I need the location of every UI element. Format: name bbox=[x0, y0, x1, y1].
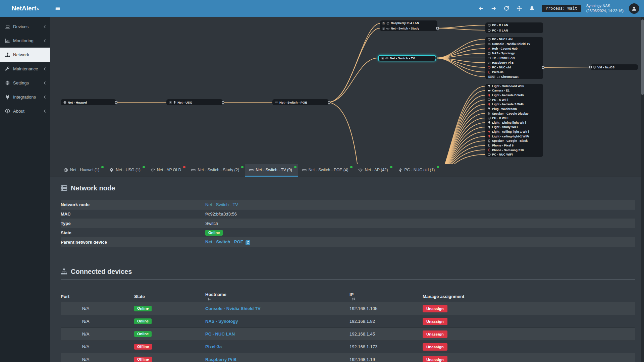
col-header-hostname[interactable]: Hostname bbox=[205, 292, 350, 301]
back-arrow-icon[interactable] bbox=[478, 6, 484, 11]
tab-net-switch-tv[interactable]: Net - Switch - TV (9) bbox=[245, 164, 298, 177]
net-node-usg[interactable]: 3 Net - USG bbox=[166, 99, 223, 105]
sidebar-item-devices[interactable]: Devices bbox=[0, 19, 50, 34]
forward-arrow-icon[interactable] bbox=[491, 6, 496, 11]
net-node-light-bedside-s-wifi[interactable]: Light - bedside S WiFi bbox=[488, 102, 541, 107]
net-group-study: 5 Raspberry Pi 4 LAN 3 Net - Switch - St… bbox=[380, 20, 437, 31]
net-node-pc-nuc-lan[interactable]: PC - NUC LAN bbox=[488, 37, 541, 42]
move-arrows-icon[interactable] bbox=[517, 6, 522, 11]
net-node-pc-s-wifi[interactable]: PC - S WiFi bbox=[488, 98, 541, 102]
sidebar-item-about[interactable]: About bbox=[0, 104, 50, 118]
node-label: Net - Switch - TV bbox=[390, 56, 415, 60]
unassign-button[interactable]: Unassign bbox=[423, 330, 447, 338]
detail-row-type: Type Switch bbox=[61, 219, 635, 228]
sidebar-item-maintenance[interactable]: Maintenance bbox=[0, 62, 50, 76]
device-row: N/A Online PC - NUC LAN 192.168.1.45 Una… bbox=[61, 328, 635, 341]
net-node-vm-nixos[interactable]: VM - NixOS bbox=[590, 64, 638, 70]
net-node-switch-poe[interactable]: Net - Switch - POE bbox=[272, 99, 329, 105]
sort-icon[interactable] bbox=[352, 297, 356, 301]
device-link[interactable]: NAS - Synology bbox=[205, 319, 238, 324]
net-node-switch-study[interactable]: 3 Net - Switch - Study bbox=[382, 26, 435, 31]
network-node-link[interactable]: Net - Switch - TV bbox=[205, 202, 238, 207]
chromecast-icon bbox=[497, 75, 500, 78]
plug-icon bbox=[5, 95, 10, 100]
port-badge: 4 bbox=[381, 57, 384, 60]
device-link[interactable]: Console - Nvidia Shield TV bbox=[205, 306, 261, 311]
gear-icon bbox=[5, 80, 10, 85]
net-node-pc-nuc-wifi[interactable]: PC - NUC WiFi bbox=[488, 152, 541, 157]
ip-cell: 192.168.1.173 bbox=[350, 344, 423, 349]
tab-net-ap[interactable]: Net - AP (42) bbox=[354, 164, 394, 177]
net-node-light-bedside-b-wifi[interactable]: Light - bedside B WiFi bbox=[488, 93, 541, 98]
sidebar-item-integrations[interactable]: Integrations bbox=[0, 90, 50, 104]
net-node-pc-nuc-old[interactable]: PC - NUC old bbox=[488, 65, 541, 70]
unassign-button[interactable]: Unassign bbox=[423, 356, 447, 362]
tab-net-ap-old[interactable]: Net - AP OLD bbox=[147, 164, 187, 177]
net-node-raspberry-pi-b[interactable]: Raspberry Pi B bbox=[488, 60, 541, 65]
net-node-switch-tv-selected[interactable]: 4 Net - Switch - TV bbox=[378, 55, 436, 61]
node-tabs: Net - Huawei (1) Net - USG (1) Net - AP … bbox=[50, 164, 644, 177]
unassign-button[interactable]: Unassign bbox=[423, 305, 447, 312]
scrollbar-thumb[interactable] bbox=[641, 19, 644, 95]
external-link-button[interactable] bbox=[246, 240, 250, 245]
device-row: N/A Online Console - Nvidia Shield TV 19… bbox=[61, 302, 635, 315]
net-node-nas-synology[interactable]: NAS - Synology bbox=[488, 51, 541, 56]
avatar[interactable] bbox=[629, 3, 639, 14]
tab-label: Net - Huawei (1) bbox=[70, 168, 99, 172]
net-node-light-sideboard-wifi[interactable]: Light - Sideboard WiFi bbox=[488, 84, 541, 88]
tab-net-usg[interactable]: Net - USG (1) bbox=[105, 164, 146, 177]
tab-label: Net - Switch - TV (9) bbox=[256, 168, 292, 172]
net-node-pixel-3a[interactable]: Pixel-3a bbox=[488, 70, 541, 74]
net-node-light-dining-light-wifi[interactable]: Light - Dining light WiFi bbox=[488, 120, 541, 125]
tv-icon bbox=[488, 57, 491, 60]
net-node-phone-samsung-s10[interactable]: Phone - Samsung S10 bbox=[488, 148, 541, 153]
parent-device-link[interactable]: Net - Switch - POE bbox=[205, 239, 243, 244]
speaker-icon bbox=[488, 139, 491, 142]
net-node-speaker-google-black[interactable]: Speaker - Google - Black bbox=[488, 139, 541, 143]
device-link[interactable]: Raspberry Pi B bbox=[205, 357, 236, 362]
net-node-phone-pixel-6[interactable]: Phone - Pixel 6 bbox=[488, 143, 541, 148]
net-node-speaker-google-display[interactable]: Speaker - Google Display bbox=[488, 111, 541, 116]
lightbulb-icon bbox=[488, 103, 491, 106]
sidebar-item-monitoring[interactable]: Monitoring bbox=[0, 34, 50, 48]
net-node-tv-frame-lan[interactable]: TV - Frame LAN bbox=[488, 56, 541, 60]
net-node-chromecast[interactable]: None Chromecast bbox=[488, 74, 541, 79]
tab-label: Net - USG (1) bbox=[116, 168, 140, 172]
tab-net-huawei[interactable]: Net - Huawei (1) bbox=[60, 164, 105, 177]
net-node-camera-e1[interactable]: Camera - E1 bbox=[488, 88, 541, 93]
net-node-pc-s-lan[interactable]: PC - S LAN bbox=[488, 28, 541, 33]
net-node-plug-washroom[interactable]: Plug - Washroom bbox=[488, 107, 541, 111]
sort-icon[interactable] bbox=[207, 297, 211, 301]
net-node-hub-cygnet-hub[interactable]: Hub - Cygnet Hub bbox=[488, 46, 541, 51]
port-badge: 5 bbox=[382, 22, 385, 25]
monitoring-icon bbox=[5, 38, 10, 43]
refresh-icon[interactable] bbox=[504, 6, 509, 11]
tab-pc-nuc-old[interactable]: PC - NUC old (1) bbox=[394, 164, 441, 177]
type-value: Switch bbox=[205, 221, 635, 226]
sidebar: Devices Monitoring Network Maintenance S… bbox=[0, 17, 50, 362]
bell-icon[interactable] bbox=[529, 6, 535, 11]
col-header-ip[interactable]: IP bbox=[350, 292, 423, 301]
node-label: Speaker - Google - Black bbox=[492, 139, 528, 142]
net-node-pc-b-wifi[interactable]: PC - B WiFi bbox=[488, 116, 541, 120]
app-brand[interactable]: NetAlertx bbox=[0, 0, 50, 17]
net-node-raspberry-pi-4-lan[interactable]: 5 Raspberry Pi 4 LAN bbox=[382, 20, 435, 26]
sidebar-toggle-button[interactable] bbox=[50, 0, 65, 17]
sidebar-item-settings[interactable]: Settings bbox=[0, 76, 50, 90]
net-node-light-ceiling-light-1-wifi[interactable]: Light - ceiling-light-1 WiFi bbox=[488, 129, 541, 134]
net-node-light-ceiling-light-2-wifi[interactable]: Light - ceiling-light-2 WiFi bbox=[488, 134, 541, 139]
net-node-console-nvidia-shield-tv[interactable]: Console - Nvidia Shield TV bbox=[488, 42, 541, 46]
device-link[interactable]: PC - NUC LAN bbox=[205, 331, 235, 337]
device-link[interactable]: Pixel-3a bbox=[205, 344, 222, 349]
net-node-pc-b-lan[interactable]: PC - B LAN bbox=[488, 22, 541, 28]
tab-net-switch-poe[interactable]: Net - Switch - POE (4) bbox=[298, 164, 355, 177]
chevron-left-icon bbox=[43, 24, 47, 29]
sidebar-item-network[interactable]: Network bbox=[0, 48, 50, 62]
tab-net-switch-study[interactable]: Net - Switch - Study (2) bbox=[187, 164, 245, 177]
net-node-huawei[interactable]: Net - Huawei bbox=[61, 99, 116, 105]
unassign-button[interactable]: Unassign bbox=[423, 343, 447, 351]
node-label: Chromecast bbox=[501, 75, 519, 78]
connector-dot-selected bbox=[435, 57, 437, 59]
unassign-button[interactable]: Unassign bbox=[423, 318, 447, 325]
net-node-light-study-wifi[interactable]: Light - Study WiFi bbox=[488, 125, 541, 130]
